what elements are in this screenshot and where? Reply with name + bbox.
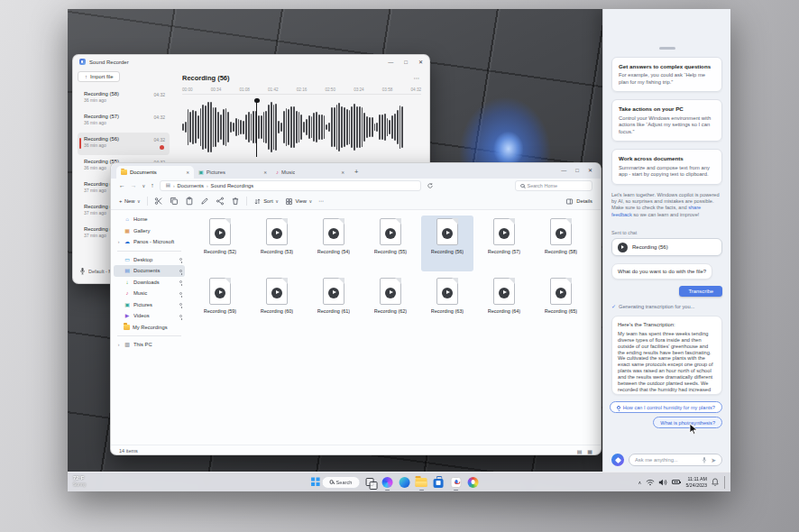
cut-button[interactable] — [154, 197, 163, 206]
forward-icon[interactable]: → — [131, 183, 137, 189]
taskbar-edge-button[interactable] — [397, 475, 411, 490]
more-options-icon[interactable]: ⋯ — [318, 198, 324, 204]
file-item[interactable]: Recording (59) — [194, 275, 246, 331]
file-item[interactable]: Recording (52) — [194, 216, 246, 271]
close-icon[interactable]: ✕ — [588, 167, 592, 173]
sidebar-item-documents[interactable]: ▤Documents — [114, 265, 185, 277]
breadcrumb[interactable]: ▤ ›Documents›Sound Recordings — [160, 180, 421, 191]
share-button[interactable] — [216, 197, 225, 206]
breadcrumb-item[interactable]: Sound Recordings — [211, 183, 254, 188]
taskbar-clock[interactable]: 11:11 AM 5/24/2023 — [685, 476, 707, 488]
file-item[interactable]: Recording (55) — [364, 216, 417, 271]
notification-bell-icon[interactable] — [712, 478, 719, 486]
import-file-button[interactable]: ↑ Import file — [78, 71, 120, 82]
minimize-icon[interactable]: — — [388, 60, 393, 65]
file-item[interactable]: Recording (63) — [421, 275, 473, 331]
sidebar-item-downloads[interactable]: ↓Downloads — [114, 277, 185, 289]
sort-button[interactable]: Sort ∨ — [253, 197, 279, 206]
copilot-intro-card[interactable]: Take actions on your PCControl your Wind… — [611, 99, 722, 142]
copilot-intro-card[interactable]: Get answers to complex questionsFor exam… — [611, 57, 722, 93]
search-input[interactable]: Search Home — [515, 180, 592, 191]
attached-file-card[interactable]: Recording (56) — [611, 238, 722, 256]
wifi-icon[interactable] — [646, 479, 655, 486]
widgets-button[interactable]: 72°F Sunny — [73, 475, 86, 487]
taskbar-store-button[interactable] — [431, 475, 445, 490]
panel-handle[interactable] — [659, 47, 675, 50]
recording-list-item[interactable]: Recording (56)36 min ago04:32 — [78, 133, 170, 155]
copilot-intro-card[interactable]: Work across documentsSummarize and compo… — [611, 149, 722, 185]
explorer-tab-pictures[interactable]: ▣Pictures✕ — [194, 166, 271, 179]
recording-list-item[interactable]: Recording (58)36 min ago04:32 — [78, 87, 170, 110]
minimize-icon[interactable]: — — [561, 168, 566, 173]
chat-input[interactable]: Ask me anything... ➤ — [629, 454, 722, 466]
taskbar-copilot-button[interactable] — [380, 475, 394, 490]
transcribe-button[interactable]: Transcribe — [679, 286, 722, 297]
close-tab-icon[interactable]: ✕ — [186, 170, 189, 175]
maximize-icon[interactable]: □ — [404, 60, 408, 65]
sidebar-item-this-pc[interactable]: ›▥This PC — [114, 339, 185, 351]
paste-button[interactable] — [185, 197, 194, 206]
file-item[interactable]: Recording (57) — [478, 216, 530, 271]
send-icon[interactable]: ➤ — [711, 457, 716, 463]
new-button[interactable]: + New ∨ — [119, 198, 141, 204]
taskbar-photos-button[interactable] — [465, 475, 480, 490]
file-item[interactable]: Recording (54) — [308, 216, 360, 271]
task-view-icon — [366, 478, 374, 486]
close-tab-icon[interactable]: ✕ — [341, 170, 344, 175]
sidebar-item-desktop[interactable]: ▭Desktop — [114, 254, 185, 266]
new-tab-button[interactable]: + — [354, 168, 358, 176]
sidebar-item-pictures[interactable]: ▣Pictures — [114, 299, 185, 311]
file-item[interactable]: Recording (53) — [251, 216, 303, 271]
taskbar-task-view-button[interactable] — [363, 475, 377, 490]
taskbar-start-button[interactable] — [304, 475, 318, 490]
volume-icon[interactable] — [658, 479, 667, 486]
explorer-tab-documents[interactable]: Documents✕ — [116, 166, 194, 179]
file-item[interactable]: Recording (56) — [421, 216, 473, 271]
sound-recorder-titlebar[interactable]: Sound Recorder — □ ✕ — [73, 55, 429, 69]
suggestion-chip[interactable]: What is photosynthesis? — [653, 417, 722, 428]
playhead[interactable] — [256, 100, 257, 157]
taskbar-sound-recorder-button[interactable] — [448, 475, 463, 490]
taskbar-search[interactable]: Search — [321, 476, 360, 489]
recent-locations-icon[interactable]: ∨ — [142, 184, 146, 188]
file-item[interactable]: Recording (58) — [535, 216, 587, 271]
delete-button[interactable] — [231, 197, 240, 206]
play-badge-icon — [556, 288, 566, 298]
details-pane-toggle[interactable]: Details — [565, 197, 592, 206]
show-desktop-button[interactable] — [724, 476, 727, 489]
recording-list-item[interactable]: Recording (57)36 min ago04:32 — [78, 110, 170, 133]
more-options-icon[interactable]: ⋯ — [414, 75, 420, 82]
sidebar-item-my-recordings[interactable]: My Recordings — [114, 322, 185, 334]
file-item[interactable]: Recording (61) — [308, 275, 360, 331]
waveform[interactable] — [182, 97, 421, 157]
up-icon[interactable]: ↑ — [151, 183, 153, 189]
explorer-tab-music[interactable]: ♪Music✕ — [271, 166, 349, 179]
breadcrumb-item[interactable]: Documents — [178, 183, 204, 188]
microphone-icon[interactable] — [702, 456, 707, 463]
view-button[interactable]: View ∨ — [285, 197, 312, 206]
battery-icon[interactable] — [672, 480, 680, 484]
file-item[interactable]: Recording (64) — [478, 275, 530, 331]
search-label: Search — [336, 480, 353, 485]
file-item[interactable]: Recording (65) — [535, 275, 587, 331]
chevron-up-icon[interactable]: ∧ — [638, 480, 642, 485]
details-view-icon[interactable]: ▤ — [577, 448, 583, 454]
sidebar-item-gallery[interactable]: ▦Gallery — [114, 225, 185, 237]
copy-button[interactable] — [170, 197, 179, 206]
file-item[interactable]: Recording (60) — [251, 275, 303, 331]
back-icon[interactable]: ← — [119, 183, 125, 189]
close-tab-icon[interactable]: ✕ — [263, 170, 267, 175]
sidebar-item-music[interactable]: ♪Music — [114, 288, 185, 299]
new-topic-button[interactable] — [611, 454, 624, 466]
taskbar-file-explorer-button[interactable] — [414, 475, 428, 490]
sidebar-item-home[interactable]: ⌂Home — [114, 214, 185, 225]
sidebar-item-panos-microsoft[interactable]: ›☁Panos - Microsoft — [114, 236, 185, 248]
sidebar-item-videos[interactable]: ▶Videos — [114, 310, 185, 322]
large-icons-view-icon[interactable]: ▦ — [587, 448, 592, 454]
file-item[interactable]: Recording (62) — [364, 275, 417, 331]
suggestion-chip[interactable]: How can I control humidity for my plants… — [610, 401, 722, 413]
maximize-icon[interactable]: □ — [575, 168, 579, 173]
close-icon[interactable]: ✕ — [418, 59, 423, 65]
rename-button[interactable] — [200, 197, 209, 206]
refresh-icon[interactable] — [427, 182, 434, 189]
